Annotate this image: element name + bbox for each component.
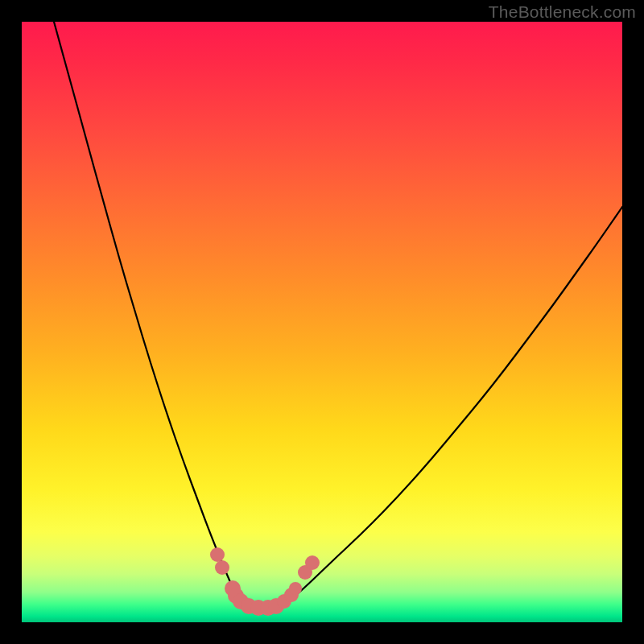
watermark-text: TheBottleneck.com [489, 2, 636, 22]
marker-right-mid-2 [289, 582, 302, 595]
marker-group [210, 547, 320, 616]
outer-frame: TheBottleneck.com [0, 0, 644, 644]
curve-right-curve [275, 207, 622, 607]
curve-group [54, 22, 622, 608]
plot-area [22, 22, 622, 622]
curve-left-curve [54, 22, 251, 607]
marker-left-upper-2 [215, 560, 229, 575]
marker-left-upper-1 [210, 547, 225, 562]
chart-svg [22, 22, 622, 622]
marker-right-upper-2 [305, 555, 320, 570]
